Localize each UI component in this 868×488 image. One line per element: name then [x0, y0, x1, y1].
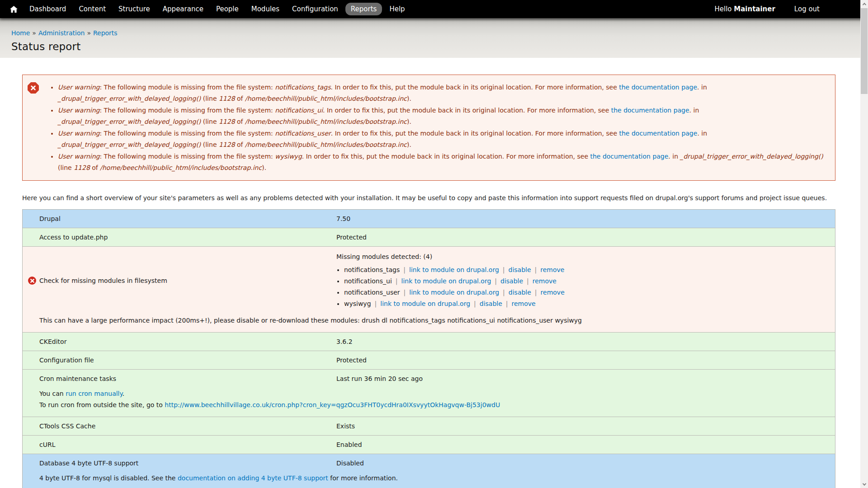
warning-text: (line — [201, 95, 219, 102]
toolbar-item-people[interactable]: People — [211, 3, 244, 15]
row-value: Protected — [336, 229, 835, 246]
warning-text: ). — [407, 118, 411, 125]
module-drupal-org-link[interactable]: link to module on drupal.org — [401, 277, 491, 285]
row-value: 3.6.2 — [336, 333, 835, 350]
scrollbar-thumb[interactable] — [861, 8, 868, 94]
warning-text: . in — [697, 84, 707, 91]
status-row-database-utf8: Database 4 byte UTF-8 support Disabled 4… — [23, 454, 835, 488]
row-name: Drupal — [39, 215, 61, 222]
toolbar-item-appearance[interactable]: Appearance — [157, 3, 209, 15]
warning-text: ). — [407, 141, 411, 148]
utf8-description: 4 byte UTF-8 for mysql is disabled. See … — [23, 472, 835, 488]
scroll-down-button[interactable] — [860, 480, 868, 488]
warning-item: User warning: The following module is mi… — [58, 151, 824, 174]
status-row-ctools-cache: CTools CSS Cache Exists — [23, 417, 835, 435]
module-disable-link[interactable]: disable — [500, 277, 523, 285]
file-path: /home/beechhill/public_html/includes/boo… — [245, 95, 407, 102]
home-icon — [10, 6, 18, 13]
row-name: Cron maintenance tasks — [39, 375, 116, 382]
toolbar-item-reports[interactable]: Reports — [345, 3, 382, 15]
cron-url-line: To run cron from outside the site, go to… — [39, 399, 826, 411]
breadcrumb-home[interactable]: Home — [11, 29, 30, 37]
module-drupal-org-link[interactable]: link to module on drupal.org — [409, 289, 499, 296]
utf8-documentation-link[interactable]: documentation on adding 4 byte UTF-8 sup… — [178, 474, 328, 482]
vertical-scrollbar[interactable] — [860, 0, 868, 488]
row-value: Disabled — [336, 455, 835, 472]
toolbar-item-configuration[interactable]: Configuration — [287, 3, 344, 15]
scroll-up-button[interactable] — [860, 0, 868, 8]
status-row-curl: cURL Enabled — [23, 435, 835, 454]
missing-module-item: wysiwyg|link to module on drupal.org|dis… — [344, 298, 829, 310]
logout-link[interactable]: Log out — [789, 3, 825, 15]
module-name: notifications_user — [275, 130, 331, 137]
warning-text: of — [235, 118, 245, 125]
warning-text: . in — [668, 153, 680, 160]
documentation-link[interactable]: the documentation page — [590, 153, 668, 160]
pipe-separator: | — [503, 266, 505, 273]
toolbar-item-help[interactable]: Help — [384, 3, 410, 15]
line-number: 1128 — [219, 118, 235, 125]
module-remove-link[interactable]: remove — [533, 277, 557, 285]
function-name: _drupal_trigger_error_with_delayed_loggi… — [680, 153, 823, 160]
warning-text: of — [235, 141, 245, 148]
toolbar-item-structure[interactable]: Structure — [113, 3, 156, 15]
documentation-link[interactable]: the documentation page — [619, 84, 697, 91]
row-name: Access to update.php — [39, 234, 108, 241]
missing-modules-list: notifications_tags|link to module on dru… — [336, 264, 829, 310]
breadcrumb-administration[interactable]: Administration — [38, 29, 85, 37]
module-disable-link[interactable]: disable — [509, 289, 531, 296]
row-value: Enabled — [336, 436, 835, 453]
warning-text: . in — [689, 107, 699, 114]
module-name: notifications_tags — [344, 266, 400, 273]
warning-list: User warning: The following module is mi… — [50, 82, 824, 174]
warning-text: (line — [58, 164, 74, 171]
pipe-separator: | — [535, 266, 537, 273]
module-name: notifications_ui — [344, 277, 392, 285]
error-icon — [28, 82, 39, 94]
module-remove-link[interactable]: remove — [541, 289, 565, 296]
pipe-separator: | — [396, 277, 398, 285]
cron-description: You can run cron manually. To run cron f… — [23, 388, 835, 417]
module-drupal-org-link[interactable]: link to module on drupal.org — [409, 266, 499, 273]
module-name: wysiwyg — [275, 153, 302, 160]
warning-text: of — [90, 164, 100, 171]
line-number: 1128 — [74, 164, 90, 171]
main-content: User warning: The following module is mi… — [0, 58, 868, 488]
breadcrumb-separator: » — [87, 29, 91, 37]
row-value: 7.50 — [336, 210, 835, 227]
documentation-link[interactable]: the documentation page — [611, 107, 689, 114]
toolbar-item-content[interactable]: Content — [73, 3, 111, 15]
module-name: notifications_tags — [275, 84, 330, 91]
breadcrumb-separator: » — [32, 29, 36, 37]
warning-item: User warning: The following module is mi… — [58, 105, 824, 127]
warning-text: . In order to fix this, put the module b… — [331, 84, 619, 91]
run-cron-manually-link[interactable]: run cron manually — [66, 390, 123, 397]
cron-manual-line: You can run cron manually. — [39, 388, 826, 399]
warning-label: User warning — [58, 153, 99, 160]
module-name: notifications_user — [344, 289, 400, 296]
function-name: _drupal_trigger_error_with_delayed_loggi… — [58, 141, 201, 148]
text: for more information. — [328, 474, 398, 482]
function-name: _drupal_trigger_error_with_delayed_loggi… — [58, 95, 201, 102]
breadcrumb-reports[interactable]: Reports — [93, 29, 118, 37]
status-report-table: Drupal 7.50 Access to update.php Protect… — [22, 209, 835, 488]
row-value: Missing modules detected: (4) notificati… — [336, 247, 835, 314]
home-button[interactable] — [7, 4, 22, 14]
module-disable-link[interactable]: disable — [480, 300, 502, 307]
pipe-separator: | — [535, 289, 537, 296]
warning-text: : The following module is missing from t… — [99, 107, 275, 114]
module-disable-link[interactable]: disable — [509, 266, 531, 273]
row-name: CTools CSS Cache — [39, 422, 95, 430]
toolbar-item-modules[interactable]: Modules — [246, 3, 285, 15]
missing-modules-title: Missing modules detected: (4) — [336, 253, 829, 260]
status-row-ckeditor: CKEditor 3.6.2 — [23, 332, 835, 351]
cron-url-link[interactable]: http://www.beechhillvillage.co.uk/cron.p… — [165, 401, 500, 408]
module-remove-link[interactable]: remove — [540, 266, 564, 273]
module-drupal-org-link[interactable]: link to module on drupal.org — [380, 300, 470, 307]
toolbar-item-dashboard[interactable]: Dashboard — [24, 3, 71, 15]
status-row-drupal: Drupal 7.50 — [23, 210, 835, 228]
documentation-link[interactable]: the documentation page — [619, 130, 698, 137]
warning-label: User warning — [58, 107, 99, 114]
module-remove-link[interactable]: remove — [512, 300, 536, 307]
status-row-missing-modules: Check for missing modules in filesystem … — [23, 246, 835, 332]
